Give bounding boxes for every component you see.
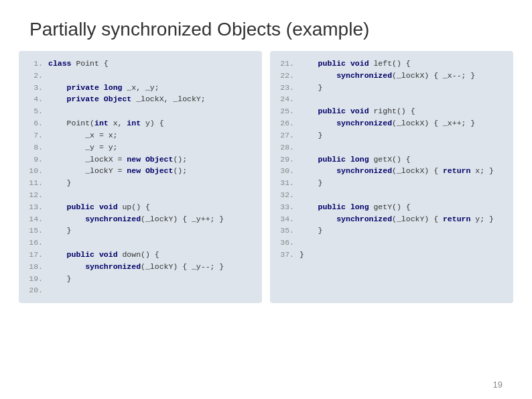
code-container: 1.class Point {2.3. private long _x, _y;… <box>0 51 532 303</box>
line-number: 11. <box>27 177 43 189</box>
line-code: _lockX = new Object(); <box>48 154 187 166</box>
line-number: 19. <box>27 273 43 285</box>
line-number: 18. <box>27 261 43 273</box>
line-code: Point(int x, int y) { <box>48 117 164 129</box>
table-row: 8. _y = y; <box>27 141 254 154</box>
table-row: 10. _lockY = new Object(); <box>27 165 254 177</box>
line-code: } <box>48 273 72 285</box>
line-code: public void down() { <box>48 249 159 261</box>
table-row: 9. _lockX = new Object(); <box>27 154 254 166</box>
line-number: 3. <box>27 82 43 94</box>
line-code: synchronized(_lockX) { _x++; } <box>300 117 475 129</box>
line-number: 23. <box>278 82 294 94</box>
line-code: public long getY() { <box>300 201 411 213</box>
line-code: } <box>48 225 72 237</box>
table-row: 32. <box>278 189 505 201</box>
table-row: 5. <box>27 105 254 117</box>
line-number: 26. <box>278 117 294 129</box>
table-row: 6. Point(int x, int y) { <box>27 117 254 129</box>
table-row: 26. synchronized(_lockX) { _x++; } <box>278 117 505 129</box>
table-row: 31. } <box>278 177 505 189</box>
line-code: synchronized(_lockX) { return x; } <box>300 165 494 177</box>
line-code: class Point { <box>48 58 109 70</box>
line-number: 9. <box>27 154 43 166</box>
line-code: } <box>300 82 323 94</box>
line-code: private Object _lockX, _lockY; <box>48 93 206 105</box>
line-number: 15. <box>27 225 43 237</box>
line-code: _lockY = new Object(); <box>48 165 187 177</box>
table-row: 34. synchronized(_lockY) { return y; } <box>278 213 505 225</box>
line-code: private long _x, _y; <box>48 82 159 94</box>
table-row: 18. synchronized(_lockY) { _y--; } <box>27 261 254 273</box>
table-row: 13. public void up() { <box>27 201 254 213</box>
table-row: 17. public void down() { <box>27 249 254 261</box>
table-row: 36. <box>278 237 505 249</box>
line-number: 22. <box>278 70 294 82</box>
line-code: synchronized(_lockX) { _x--; } <box>300 70 475 82</box>
line-code: } <box>300 249 304 261</box>
line-code: public void up() { <box>48 201 150 213</box>
line-number: 7. <box>27 129 43 141</box>
line-number: 29. <box>278 154 294 166</box>
table-row: 15. } <box>27 225 254 237</box>
table-row: 3. private long _x, _y; <box>27 82 254 94</box>
table-row: 33. public long getY() { <box>278 201 505 213</box>
table-row: 27. } <box>278 129 505 141</box>
right-code-block: 21. public void left() {22. synchronized… <box>270 51 513 303</box>
left-code-block: 1.class Point {2.3. private long _x, _y;… <box>19 51 262 303</box>
line-number: 24. <box>278 93 294 105</box>
line-number: 31. <box>278 177 294 189</box>
line-number: 36. <box>278 237 294 249</box>
line-code: synchronized(_lockY) { _y--; } <box>48 261 224 273</box>
line-number: 4. <box>27 93 43 105</box>
table-row: 4. private Object _lockX, _lockY; <box>27 93 254 105</box>
line-code: } <box>48 177 72 189</box>
line-number: 30. <box>278 165 294 177</box>
table-row: 14. synchronized(_lockY) { _y++; } <box>27 213 254 225</box>
line-number: 5. <box>27 105 43 117</box>
table-row: 7. _x = x; <box>27 129 254 141</box>
line-number: 17. <box>27 249 43 261</box>
line-number: 32. <box>278 189 294 201</box>
line-code: } <box>300 129 323 141</box>
table-row: 37.} <box>278 249 505 261</box>
line-code: public void left() { <box>300 58 411 70</box>
line-number: 21. <box>278 58 294 70</box>
table-row: 20. <box>27 284 254 296</box>
line-number: 35. <box>278 225 294 237</box>
line-code: public long getX() { <box>300 154 411 166</box>
table-row: 30. synchronized(_lockX) { return x; } <box>278 165 505 177</box>
page-title: Partially synchronized Objects (example) <box>0 0 532 51</box>
line-number: 14. <box>27 213 43 225</box>
table-row: 29. public long getX() { <box>278 154 505 166</box>
line-number: 16. <box>27 237 43 249</box>
line-number: 28. <box>278 141 294 154</box>
table-row: 21. public void left() { <box>278 58 505 70</box>
table-row: 25. public void right() { <box>278 105 505 117</box>
line-number: 12. <box>27 189 43 201</box>
table-row: 23. } <box>278 82 505 94</box>
line-number: 34. <box>278 213 294 225</box>
line-number: 37. <box>278 249 294 261</box>
line-code: public void right() { <box>300 105 415 117</box>
line-code: _y = y; <box>48 141 118 154</box>
line-code: synchronized(_lockY) { return y; } <box>300 213 494 225</box>
table-row: 16. <box>27 237 254 249</box>
line-code: } <box>300 177 323 189</box>
line-number: 10. <box>27 165 43 177</box>
table-row: 19. } <box>27 273 254 285</box>
table-row: 1.class Point { <box>27 58 254 70</box>
table-row: 28. <box>278 141 505 154</box>
line-number: 6. <box>27 117 43 129</box>
table-row: 2. <box>27 70 254 82</box>
line-number: 8. <box>27 141 43 154</box>
line-number: 25. <box>278 105 294 117</box>
table-row: 12. <box>27 189 254 201</box>
table-row: 24. <box>278 93 505 105</box>
line-code: synchronized(_lockY) { _y++; } <box>48 213 224 225</box>
line-code: _x = x; <box>48 129 118 141</box>
table-row: 11. } <box>27 177 254 189</box>
table-row: 35. } <box>278 225 505 237</box>
line-number: 2. <box>27 70 43 82</box>
line-number: 1. <box>27 58 43 70</box>
